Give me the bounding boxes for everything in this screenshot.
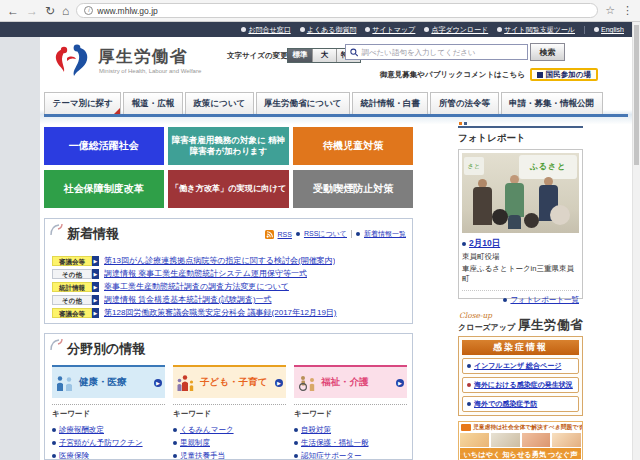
keyword-link[interactable]: 自殺対策 — [301, 425, 331, 435]
keyword-column-children: キーワード くるみんマーク 里親制度 児童扶養手当 — [173, 404, 286, 460]
nav-tab-statistics[interactable]: 統計情報・白書 — [352, 92, 429, 114]
category-cards: 健康・医療 ▶ 子ども・子育て ▶ 福祉・介護 ▶ — [52, 365, 407, 398]
bullet-icon — [467, 402, 471, 406]
browser-menu-icon[interactable]: ⋮ — [622, 4, 633, 17]
info-icon[interactable]: i — [84, 6, 93, 15]
font-size-large-button[interactable]: 大 — [312, 49, 336, 62]
bullet-icon — [467, 364, 471, 368]
search-button[interactable]: 検索 — [530, 43, 565, 61]
nav-tab-about[interactable]: 厚生労働省について — [256, 92, 350, 114]
mhlw-logo-icon[interactable] — [52, 44, 92, 84]
keyword-link[interactable]: 児童扶養手当 — [180, 451, 225, 460]
infection-info-box: 感染症情報 インフルエンザ 総合ページ 海外における感染症の発生状況 海外での感… — [458, 336, 583, 416]
news-link[interactable]: 第128回労働政策審議会職業安定分科会 議事録(2017年12月19日) — [104, 307, 337, 318]
scrollbar-thumb[interactable] — [634, 25, 639, 165]
banner-hatarakikata[interactable]: 「働き方改革」の実現に向けて — [168, 170, 290, 208]
utility-link-faq[interactable]: よくある御質問 — [300, 25, 357, 35]
news-item: 統計情報▶ 薬事工業生産動態統計調査の調査方法変更について — [52, 280, 406, 293]
font-size-standard-button[interactable]: 標準 — [288, 49, 312, 62]
bookmark-star-icon[interactable]: ☆ — [605, 4, 615, 17]
banner-disability-employment[interactable]: 障害者雇用義務の対象に 精神障害者が加わります — [168, 127, 290, 165]
category-welfare-care[interactable]: 福祉・介護 ▶ — [294, 365, 407, 398]
news-tag: 審議会等 — [52, 308, 92, 318]
news-title: 新着情報 — [67, 225, 119, 243]
nav-tab-laws[interactable]: 所管の法令等 — [430, 92, 498, 114]
closeup-kana: クローズアップ — [458, 322, 515, 333]
nav-tab-applications[interactable]: 申請・募集・情報公開 — [501, 92, 603, 114]
nav-tab-themes[interactable]: テーマ別に探す — [44, 92, 121, 114]
closeup-header: Close-up クローズアップ 厚生労働省 — [458, 311, 583, 333]
utility-link-support-tool[interactable]: サイト閲覧支援ツール — [497, 25, 575, 35]
overseas-infection-prevention-button[interactable]: 海外での感染症予防 — [462, 396, 579, 412]
forward-icon[interactable]: → — [26, 5, 38, 17]
utility-link-sitemap[interactable]: サイトマップ — [365, 25, 415, 35]
nav-tab-press[interactable]: 報道・広報 — [123, 92, 183, 114]
search-input[interactable] — [361, 48, 523, 57]
bullet-icon — [52, 441, 56, 445]
section-curl-icon — [50, 337, 65, 355]
overseas-infection-status-button[interactable]: 海外における感染症の発生状況 — [462, 377, 579, 393]
bullet-icon — [462, 242, 466, 246]
welfare-icon — [297, 375, 317, 391]
news-list-link[interactable]: 新着情報一覧 — [364, 229, 406, 239]
child-abuse-banner[interactable]: 児童虐待は社会全体で解決すべき問題です。 いちはやく 知らせる勇気 つなぐ声 — [458, 421, 583, 460]
corner-fold-icon — [114, 108, 120, 114]
keyword-link[interactable]: 診療報酬改定 — [59, 425, 104, 435]
public-participation-button[interactable]: 国民参加の場 — [530, 68, 598, 81]
category-title: 分野別の情報 — [67, 340, 145, 358]
arrow-icon: ▶ — [275, 379, 283, 387]
photo-report-list-link[interactable]: フォトレポート一覧 — [510, 295, 579, 305]
rss-link[interactable]: RSS — [278, 231, 292, 238]
keyword-link[interactable]: 認知症サポーター — [301, 451, 362, 460]
divider — [584, 26, 585, 34]
banner-ichioku[interactable]: 一億総活躍社会 — [44, 127, 164, 165]
arrow-icon: ▶ — [92, 295, 99, 305]
public-comment-row: 御意見募集やパブリックコメントはこちら 国民参加の場 — [380, 68, 598, 81]
nav-tabs: テーマ別に探す 報道・広報 政策について 厚生労働省について 統計情報・白書 所… — [44, 92, 628, 117]
address-bar[interactable]: i www.mhlw.go.jp — [76, 3, 598, 18]
scrollbar[interactable] — [632, 22, 640, 460]
news-link[interactable]: 第13回がん診療連携拠点病院等の指定に関する検討会(開催案内) — [104, 255, 335, 266]
keyword-link[interactable]: 里親制度 — [180, 438, 210, 448]
keyword-link[interactable]: 医療保険 — [59, 451, 89, 460]
bullet-icon — [173, 428, 177, 432]
utility-link-contact[interactable]: お問合せ窓口 — [241, 25, 290, 35]
bullet-icon — [294, 454, 298, 458]
influenza-link-button[interactable]: インフルエンザ 総合ページ — [462, 358, 579, 374]
back-icon[interactable]: ← — [7, 5, 19, 17]
news-link[interactable]: 調達情報 薬事工業生産動態統計システム運用保守等一式 — [104, 268, 307, 279]
bullet-icon — [424, 27, 429, 32]
home-icon[interactable]: ⌂ — [62, 5, 69, 17]
category-children[interactable]: 子ども・子育て ▶ — [173, 365, 286, 398]
keyword-link[interactable]: 子宮頸がん予防ワクチン — [59, 438, 143, 448]
photo-report-image[interactable]: ふるさと さと — [462, 153, 579, 233]
arrow-icon: ▶ — [396, 379, 404, 387]
banner-shakai-hosho[interactable]: 社会保障制度改革 — [44, 170, 164, 208]
keyword-column-health: キーワード 診療報酬改定 子宮頸がん予防ワクチン 医療保険 — [52, 404, 165, 460]
category-health-medical[interactable]: 健康・医療 ▶ — [52, 365, 165, 398]
document-icon — [537, 72, 543, 78]
photo-date-link[interactable]: 2月10日 — [469, 238, 500, 250]
news-link[interactable]: 調達情報 賃金構造基本統計調査(試験調査)一式 — [104, 294, 272, 305]
category-section: 分野別の情報 健康・医療 ▶ 子ども・子育て ▶ 福祉・介護 ▶ キーワード 診… — [44, 333, 413, 460]
campaign-banners: 一億総活躍社会 障害者雇用義務の対象に 精神障害者が加わります 待機児童対策 社… — [44, 127, 413, 208]
utility-link-english[interactable]: English — [594, 26, 624, 33]
news-link[interactable]: 薬事工業生産動態統計調査の調査方法変更について — [104, 281, 289, 292]
bullet-icon — [173, 441, 177, 445]
orange-ribbon-icon — [461, 424, 471, 431]
refresh-icon[interactable]: ↻ — [45, 5, 55, 17]
bullet-icon — [241, 27, 246, 32]
browser-toolbar: ← → ↻ ⌂ i www.mhlw.go.jp ☆ ⋮ — [0, 0, 640, 22]
bullet-icon — [365, 27, 370, 32]
utility-link-braille[interactable]: 点字ダウンロード — [424, 25, 488, 35]
rss-about-link[interactable]: RSSについて — [304, 229, 347, 239]
nav-tab-policy[interactable]: 政策について — [185, 92, 254, 114]
banner-judo-kitsuen[interactable]: 受動喫煙防止対策 — [293, 170, 413, 208]
keyword-link[interactable]: 生活保護・福祉一般 — [301, 438, 369, 448]
news-tag: その他 — [52, 295, 92, 305]
site-title: 厚生労働省 — [98, 46, 188, 68]
banner-taiki-jido[interactable]: 待機児童対策 — [293, 127, 413, 165]
arrow-icon: ▶ — [92, 282, 99, 292]
keyword-link[interactable]: くるみんマーク — [180, 425, 234, 435]
infection-info-title: 感染症情報 — [462, 340, 579, 355]
